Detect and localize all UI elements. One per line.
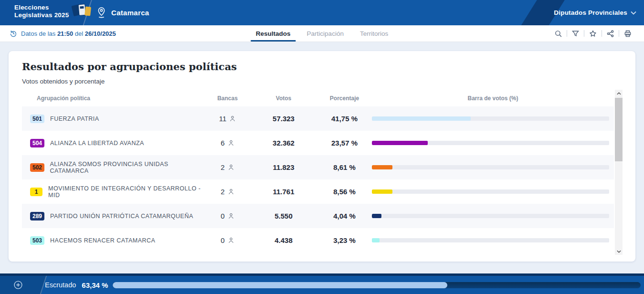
vote-bar-fill xyxy=(372,116,471,121)
col-party: Agrupación política xyxy=(22,95,205,102)
vote-bar-track xyxy=(372,116,609,121)
percentage-value: 8,56 % xyxy=(317,188,372,196)
escrutado-progressbar xyxy=(113,282,641,288)
party-code-badge: 504 xyxy=(30,139,44,147)
col-votes: Votos xyxy=(250,95,317,102)
col-seats: Bancas xyxy=(205,95,250,102)
table-row[interactable]: 289 PARTIDO UNIÓN PATRIÓTICA CATAMARQUEÑ… xyxy=(22,204,614,228)
updated-mid: del xyxy=(75,30,83,37)
party-name: HACEMOS RENACER CATAMARCA xyxy=(50,237,155,244)
party-name: PARTIDO UNIÓN PATRIÓTICA CATAMARQUEÑA xyxy=(50,213,193,220)
seats-value: 11 xyxy=(219,115,227,123)
escrutado-value: 63,34 % xyxy=(82,281,108,289)
app-logo: Elecciones Legislativas 2025 xyxy=(14,4,93,19)
vote-bar-fill xyxy=(372,141,428,145)
person-icon xyxy=(228,212,234,220)
party-code-badge: 502 xyxy=(30,163,44,172)
star-icon[interactable] xyxy=(584,30,602,38)
results-card: Resultados por agrupaciones políticas Vo… xyxy=(9,51,635,262)
share-icon[interactable] xyxy=(602,30,619,38)
seats-cell: 0 xyxy=(205,212,250,220)
table-header: Agrupación política Bancas Votos Porcent… xyxy=(22,90,614,106)
table-row[interactable]: 504 ALIANZA LA LIBERTAD AVANZA 6 32.362 … xyxy=(22,131,614,155)
percentage-value: 41,75 % xyxy=(317,115,372,123)
seats-cell: 0 xyxy=(205,236,250,244)
main-tabs: ResultadosParticipaciónTerritorios xyxy=(248,25,396,42)
col-percentage: Porcentaje xyxy=(317,95,372,102)
vote-bar-track xyxy=(372,189,609,194)
updated-time: 21:50 xyxy=(57,30,73,37)
app-header: Elecciones Legislativas 2025 Catamarca D… xyxy=(0,0,644,25)
party-name: ALIANZA LA LIBERTAD AVANZA xyxy=(50,140,144,147)
party-code-badge: 289 xyxy=(30,212,44,220)
person-icon xyxy=(228,164,234,171)
person-icon xyxy=(228,237,234,244)
expand-plus-icon[interactable] xyxy=(13,280,23,290)
subheader: Datos de las 21:50 del 26/10/2025 Result… xyxy=(0,25,644,42)
seats-value: 6 xyxy=(221,139,224,147)
filter-icon[interactable] xyxy=(567,30,584,38)
vote-bar-track xyxy=(372,238,609,242)
toolbar-actions xyxy=(550,25,636,42)
escrutado-progress-fill xyxy=(113,282,447,288)
votes-value: 11.823 xyxy=(250,163,317,171)
page-subtitle: Votos obtenidos y porcentaje xyxy=(22,78,105,85)
vote-bar-track xyxy=(372,165,609,169)
tab-territorios[interactable]: Territorios xyxy=(352,25,396,42)
percentage-value: 8,61 % xyxy=(317,163,372,171)
scrutiny-footer: Escrutado 63,34 % xyxy=(0,273,644,294)
vote-bar-fill xyxy=(372,238,380,242)
print-icon[interactable] xyxy=(619,30,636,38)
tab-resultados[interactable]: Resultados xyxy=(248,25,299,42)
scrollbar-thumb[interactable] xyxy=(615,98,623,161)
person-icon xyxy=(228,139,234,147)
footer-wedge xyxy=(0,274,47,294)
seats-value: 2 xyxy=(221,188,224,196)
seats-cell: 11 xyxy=(205,115,250,123)
location-pin-icon xyxy=(96,6,106,19)
party-code-badge: 501 xyxy=(30,115,44,123)
percentage-value: 23,57 % xyxy=(317,139,372,147)
party-code-badge: 1 xyxy=(30,188,42,196)
location-block: Catamarca xyxy=(89,0,149,25)
seats-cell: 2 xyxy=(205,163,250,171)
results-table: Agrupación política Bancas Votos Porcent… xyxy=(22,90,614,252)
table-body: 501 FUERZA PATRIA 11 57.323 41,75 % 504 … xyxy=(22,106,614,252)
party-name: FUERZA PATRIA xyxy=(50,116,99,122)
percentage-value: 4,04 % xyxy=(317,212,372,220)
party-name: ALIANZA SOMOS PROVINCIAS UNIDAS CATAMARC… xyxy=(50,161,205,174)
category-dropdown[interactable]: Diputados Provinciales xyxy=(554,0,636,25)
search-icon[interactable] xyxy=(550,30,567,38)
updated-prefix: Datos de las xyxy=(21,30,55,37)
col-bar: Barra de votos (%) xyxy=(372,95,614,102)
table-row[interactable]: 501 FUERZA PATRIA 11 57.323 41,75 % xyxy=(22,106,614,131)
votes-value: 5.550 xyxy=(250,212,317,220)
data-timestamp: Datos de las 21:50 del 26/10/2025 xyxy=(10,25,116,42)
percentage-value: 3,23 % xyxy=(317,236,372,244)
province-title: Catamarca xyxy=(111,9,149,17)
updated-date: 26/10/2025 xyxy=(85,30,116,37)
seats-value: 0 xyxy=(221,212,224,220)
scroll-up-icon[interactable] xyxy=(615,90,623,97)
tab-participación[interactable]: Participación xyxy=(299,25,352,42)
chevron-down-icon xyxy=(631,11,636,15)
logo-line1: Elecciones xyxy=(14,4,69,11)
table-scrollbar[interactable] xyxy=(615,90,623,255)
table-row[interactable]: 502 ALIANZA SOMOS PROVINCIAS UNIDAS CATA… xyxy=(22,155,614,179)
person-icon xyxy=(229,115,236,122)
vote-bar-fill xyxy=(372,189,392,194)
seats-cell: 6 xyxy=(205,139,250,147)
scroll-down-icon[interactable] xyxy=(615,248,623,255)
table-row[interactable]: 503 HACEMOS RENACER CATAMARCA 0 4.438 3,… xyxy=(22,228,614,252)
seats-value: 0 xyxy=(221,236,224,244)
escrutado-label: Escrutado xyxy=(45,281,76,289)
votes-value: 4.438 xyxy=(250,236,317,244)
clock-history-icon xyxy=(10,30,17,37)
page-title: Resultados por agrupaciones políticas xyxy=(22,61,237,73)
category-label: Diputados Provinciales xyxy=(554,9,627,16)
votes-value: 11.761 xyxy=(250,188,317,196)
vote-bar-fill xyxy=(372,165,392,169)
table-row[interactable]: 1 MOVIMIENTO DE INTEGRACIÓN Y DESARROLLO… xyxy=(22,179,614,204)
party-code-badge: 503 xyxy=(30,236,44,245)
logo-line2: Legislativas 2025 xyxy=(14,11,69,19)
